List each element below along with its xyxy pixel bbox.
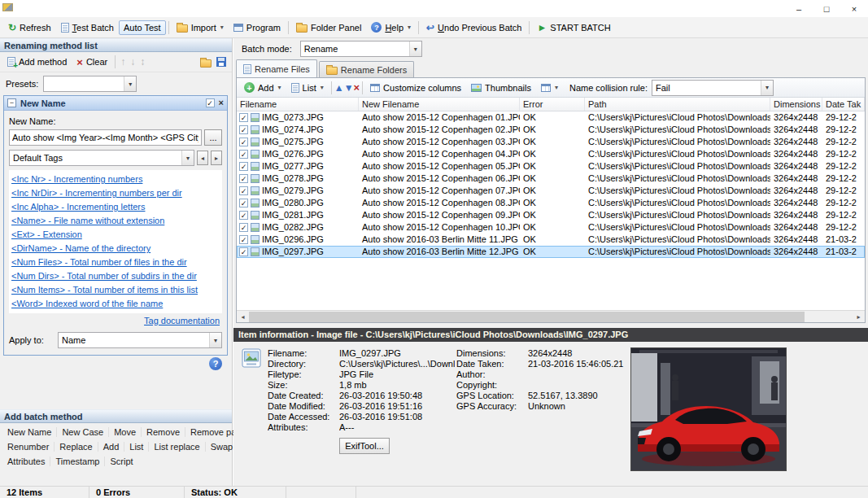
table-row[interactable]: ✓IMG_0296.JPGAuto show 2016-03 Berlin Mi… xyxy=(237,234,865,246)
table-row[interactable]: ✓IMG_0276.JPGAuto show 2015-12 Copenhage… xyxy=(237,148,865,160)
batch-method-attributes[interactable]: Attributes xyxy=(2,456,50,466)
row-checkbox[interactable]: ✓ xyxy=(239,174,248,183)
move-item-up-icon[interactable]: ▲ xyxy=(334,83,344,93)
start-batch-button[interactable]: ► START BATCH xyxy=(532,20,615,35)
column-header-dimensions[interactable]: Dimensions xyxy=(770,98,822,111)
scroll-right-arrow[interactable]: ▸ xyxy=(853,311,865,323)
folder-panel-button[interactable]: Folder Panel xyxy=(291,20,366,35)
batch-method-timestamp[interactable]: Timestamp xyxy=(50,456,105,466)
row-checkbox[interactable]: ✓ xyxy=(239,186,248,195)
tag-link[interactable]: <Name> - File name without extension xyxy=(11,214,220,228)
customize-columns-button[interactable]: Customize columns xyxy=(365,81,466,95)
table-row[interactable]: ✓IMG_0281.JPGAuto show 2015-12 Copenhage… xyxy=(237,209,865,221)
tab-rename-folders[interactable]: Rename Folders xyxy=(319,61,414,77)
help-button[interactable]: ? Help ▾ xyxy=(366,20,416,35)
table-row[interactable]: ✓IMG_0280.JPGAuto show 2015-12 Copenhage… xyxy=(237,197,865,209)
table-row[interactable]: ✓IMG_0274.JPGAuto show 2015-12 Copenhage… xyxy=(237,124,865,136)
dropdown-arrow-icon[interactable]: ▾ xyxy=(124,76,136,91)
scroll-left-arrow[interactable]: ◂ xyxy=(237,311,249,323)
horizontal-scrollbar[interactable]: ◂ ▸ xyxy=(237,310,865,322)
tag-page-left-button[interactable]: ◂ xyxy=(197,151,208,165)
save-method-list-icon[interactable] xyxy=(216,57,226,67)
tab-rename-files[interactable]: Rename Files xyxy=(236,59,317,77)
table-row[interactable]: ✓IMG_0275.JPGAuto show 2015-12 Copenhage… xyxy=(237,136,865,148)
tag-link[interactable]: <Word> Indexed word of the file name xyxy=(11,297,220,311)
row-checkbox[interactable]: ✓ xyxy=(239,162,248,171)
new-name-method-header[interactable]: − New Name ✓ × xyxy=(4,96,227,111)
undo-previous-batch-button[interactable]: ↩ Undo Previous Batch xyxy=(421,20,526,35)
row-checkbox[interactable]: ✓ xyxy=(239,138,248,146)
column-header-date-taken[interactable]: Date Tak xyxy=(822,98,865,111)
dropdown-arrow-icon[interactable]: ▾ xyxy=(761,81,773,95)
table-row[interactable]: ✓IMG_0279.JPGAuto show 2015-12 Copenhage… xyxy=(237,185,865,197)
batch-method-script[interactable]: Script xyxy=(105,456,137,466)
tag-link[interactable]: <Num Items> - Total number of items in t… xyxy=(11,283,220,297)
table-row[interactable]: ✓IMG_0273.JPGAuto show 2015-12 Copenhage… xyxy=(237,111,865,124)
collapse-method-icon[interactable]: − xyxy=(7,98,16,107)
scrollbar-thumb[interactable] xyxy=(249,312,805,322)
row-checkbox[interactable]: ✓ xyxy=(239,125,248,134)
tag-category-select[interactable]: Default Tags ▾ xyxy=(9,150,194,166)
column-header-error[interactable]: Error xyxy=(520,98,585,111)
batch-method-replace[interactable]: Replace xyxy=(55,442,98,452)
refresh-button[interactable]: ↻ Refresh xyxy=(3,20,56,35)
tag-link[interactable]: <DirName> - Name of the directory xyxy=(11,242,220,256)
batch-method-new-name[interactable]: New Name xyxy=(2,427,57,437)
batch-method-list[interactable]: List xyxy=(124,442,149,452)
table-row[interactable]: ✓IMG_0277.JPGAuto show 2015-12 Copenhage… xyxy=(237,160,865,173)
table-row[interactable]: ✓IMG_0297.JPGAuto show 2016-03 Berlin Mi… xyxy=(237,246,865,258)
table-row[interactable]: ✓IMG_0278.JPGAuto show 2015-12 Copenhage… xyxy=(237,173,865,185)
program-button[interactable]: Program xyxy=(229,20,286,35)
exiftool-button[interactable]: ExifTool... xyxy=(339,438,390,454)
minimize-button[interactable]: – xyxy=(785,0,813,17)
browse-pattern-button[interactable]: ... xyxy=(204,129,222,146)
row-checkbox[interactable]: ✓ xyxy=(239,247,248,256)
open-method-list-icon[interactable] xyxy=(200,59,212,68)
move-method-down-icon[interactable]: ↓ xyxy=(128,57,137,67)
remove-method-icon[interactable]: × xyxy=(219,98,224,107)
tag-page-right-button[interactable]: ▸ xyxy=(211,151,222,165)
row-checkbox[interactable]: ✓ xyxy=(239,211,248,220)
column-header-path[interactable]: Path xyxy=(585,98,770,111)
batch-method-list-replace[interactable]: List replace xyxy=(149,442,205,452)
list-button[interactable]: List ▾ xyxy=(286,81,329,95)
remove-item-icon[interactable]: × xyxy=(354,82,360,93)
auto-test-toggle[interactable]: Auto Test xyxy=(119,20,166,35)
presets-select[interactable]: ▾ xyxy=(43,76,137,92)
maximize-button[interactable]: □ xyxy=(813,0,840,17)
scrollbar-track[interactable] xyxy=(249,311,853,323)
table-row[interactable]: ✓IMG_0282.JPGAuto show 2015-12 Copenhage… xyxy=(237,221,865,234)
thumbnails-button[interactable]: Thumbnails xyxy=(466,81,536,95)
tag-link[interactable]: <Ext> - Extension xyxy=(11,228,220,242)
batch-mode-select[interactable]: Rename ▾ xyxy=(300,41,422,57)
tag-documentation-link[interactable]: Tag documentation xyxy=(144,316,220,325)
move-method-up-icon[interactable]: ↑ xyxy=(118,57,128,67)
column-header-new-filename[interactable]: New Filename xyxy=(359,98,520,111)
tag-link[interactable]: <Num Dirs> - Total number of subdirs in … xyxy=(11,269,220,283)
collision-rule-select[interactable]: Fail ▾ xyxy=(652,80,774,96)
row-checkbox[interactable]: ✓ xyxy=(239,113,248,122)
dropdown-arrow-icon[interactable]: ▾ xyxy=(181,151,194,165)
row-checkbox[interactable]: ✓ xyxy=(239,235,248,244)
dropdown-arrow-icon[interactable]: ▾ xyxy=(209,333,221,347)
row-checkbox[interactable]: ✓ xyxy=(239,223,248,232)
import-button[interactable]: Import ▾ xyxy=(172,20,229,35)
move-item-down-icon[interactable]: ▼ xyxy=(344,83,354,93)
dropdown-arrow-icon[interactable]: ▾ xyxy=(409,42,421,56)
tag-link[interactable]: <Inc Nr> - Incrementing numbers xyxy=(11,173,220,186)
method-help-icon[interactable]: ? xyxy=(209,357,222,370)
batch-method-new-case[interactable]: New Case xyxy=(57,427,109,437)
tag-link[interactable]: <Inc NrDir> - Incrementing numbers per d… xyxy=(11,186,220,200)
add-method-button[interactable]: Add method xyxy=(2,55,72,69)
batch-method-move[interactable]: Move xyxy=(109,427,142,437)
apply-to-select[interactable]: Name ▾ xyxy=(58,332,222,348)
row-checkbox[interactable]: ✓ xyxy=(239,199,248,208)
column-header-filename[interactable]: Filename xyxy=(237,98,359,111)
tag-link[interactable]: <Num Files> - Total number of files in t… xyxy=(11,256,220,269)
add-files-button[interactable]: + Add ▾ xyxy=(239,80,286,95)
close-button[interactable]: × xyxy=(840,0,868,17)
row-checkbox[interactable]: ✓ xyxy=(239,150,248,159)
method-enabled-checkbox[interactable]: ✓ xyxy=(206,98,215,107)
view-mode-button[interactable]: ▾ xyxy=(536,81,563,94)
clear-methods-button[interactable]: × Clear xyxy=(72,55,112,70)
